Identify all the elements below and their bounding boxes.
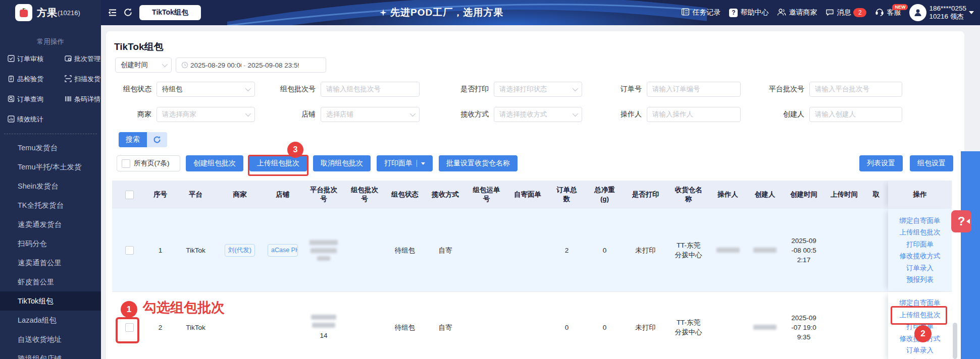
action-print-label[interactable]: 打印面单 (906, 238, 934, 251)
filter-label: 创建人 (761, 110, 804, 119)
cancel-bundle-batch-button[interactable]: 取消组包批次 (313, 155, 371, 171)
sidebar-item-tiktok-bundle[interactable]: TikTok组包 (0, 291, 101, 311)
select-all-pages[interactable]: 所有页(7条) (117, 155, 180, 171)
search-group: 搜索 (119, 132, 167, 147)
quick-links: 订单审核 批次管理 品检验货 扫描发货 订单查询 条码详情 绩效统计 (0, 54, 101, 124)
quick-link-order-review[interactable]: 订单审核 (8, 54, 65, 64)
page-title: TikTok组包 (114, 40, 163, 53)
bundle-batch-no-input[interactable] (321, 82, 420, 97)
sidebar-item-aliexpress-firstmile[interactable]: 速卖通首公里 (0, 253, 101, 272)
cell-created-time: 2025-09-07 19:09:35 (784, 292, 824, 359)
filter-label: 是否打印 (448, 85, 489, 94)
header-checkbox[interactable] (125, 191, 134, 199)
sidebar-item-shopee-firstmile[interactable]: 虾皮首公里 (0, 272, 101, 291)
header-pickup-method: 揽收方式 (425, 181, 466, 209)
row-checkbox[interactable] (125, 246, 134, 255)
action-modify-pickup[interactable]: 修改揽收方式 (900, 250, 941, 262)
action-order-entry[interactable]: 订单录入 (906, 262, 934, 274)
logo-row[interactable]: 方果 (10216) (0, 0, 101, 25)
refresh-c-icon (153, 136, 161, 144)
operator-input[interactable] (647, 107, 741, 122)
cell-bundle-batch (344, 209, 385, 291)
refresh-icon[interactable] (123, 8, 133, 19)
sidebar-item-aliexpress-ship[interactable]: 速卖通发货台 (0, 215, 101, 234)
reset-refresh-button[interactable] (147, 132, 167, 147)
sidebar-item-shein-ship[interactable]: Shein发货台 (0, 176, 101, 196)
batch-set-warehouse-button[interactable]: 批量设置收货仓名称 (439, 155, 518, 171)
sidebar-item-tk-full[interactable]: TK全托发货台 (0, 196, 101, 215)
action-bind-self-label[interactable]: 绑定自寄面单 (900, 215, 941, 227)
quick-link-label: 批次管理 (74, 54, 100, 64)
nav-customer-service[interactable]: 客服 NEW (875, 8, 901, 18)
chevron-down-icon (245, 85, 251, 91)
creator-input[interactable] (809, 107, 902, 122)
print-label-button[interactable]: 打印面单 (377, 155, 433, 171)
quick-link-order-search[interactable]: 订单查询 (8, 95, 65, 104)
action-order-entry[interactable]: 订单录入 (906, 344, 934, 356)
cell-self-label (507, 292, 548, 359)
upload-bundle-batch-button[interactable]: 上传组包批次 (249, 155, 307, 171)
action-modify-pickup[interactable]: 修改揽收方式 (900, 333, 941, 345)
nav-help-center[interactable]: ? 帮助中心 (729, 8, 768, 17)
cell-created-time: 2025-09-08 00:52:17 (784, 209, 824, 291)
sidebar-item-temu-ship[interactable]: Temu发货台 (0, 138, 101, 157)
redacted-text (311, 315, 336, 320)
quick-link-label: 条码详情 (74, 95, 100, 104)
cell-clipped (864, 209, 888, 291)
merchant-select[interactable]: 请选择商家 (157, 107, 255, 122)
cell-upload-time (824, 292, 864, 359)
order-no-input[interactable] (647, 82, 741, 97)
select-value: 待组包 (162, 85, 183, 94)
header-clipped-column: 取 (864, 181, 888, 209)
action-bind-self-label[interactable]: 绑定自寄面单 (900, 297, 941, 309)
action-upload-bundle-batch[interactable]: 上传组包批次 (900, 309, 941, 321)
quick-link-quality-check[interactable]: 品检验货 (8, 75, 65, 84)
vertical-scrollbar[interactable] (953, 323, 957, 359)
sidebar-item-lazada-bundle[interactable]: Lazada组包 (0, 311, 101, 330)
select-all-checkbox[interactable] (122, 159, 130, 168)
pickup-method-select[interactable]: 请选择揽收方式 (494, 107, 582, 122)
nav-task-record[interactable]: 任务记录 (681, 8, 720, 18)
sidebar-divider (4, 134, 97, 134)
cell-creator (746, 209, 784, 291)
list-settings-button[interactable]: 列表设置 (859, 155, 903, 171)
platform-batch-no-input[interactable] (809, 82, 902, 97)
header-created-time: 创建时间 (784, 181, 824, 209)
header-merchant: 商家 (217, 181, 263, 209)
sidebar-item-crossborder-bundle-shop[interactable]: 跨境组包店铺 (0, 349, 101, 359)
action-forecast-list[interactable]: 预报列表 (906, 274, 934, 286)
menu-fold-icon[interactable] (108, 8, 118, 20)
sidebar-item-temu-semi[interactable]: Temu半托/本土发货 (0, 157, 101, 176)
action-upload-bundle-batch[interactable]: 上传组包批次 (900, 226, 941, 238)
bundle-settings-button[interactable]: 组包设置 (910, 155, 953, 171)
quick-link-batch-manage[interactable]: 批次管理 (65, 54, 101, 64)
toolbar-right-buttons: 列表设置 组包设置 (859, 155, 953, 171)
bundle-status-select[interactable]: 待组包 (157, 82, 255, 97)
row-checkbox[interactable] (125, 323, 134, 332)
shop-select[interactable]: 选择店铺 (321, 107, 420, 122)
quick-link-performance-stats[interactable]: 绩效统计 (8, 115, 65, 124)
floating-help-button[interactable]: ? (951, 210, 971, 232)
nav-invite-merchant[interactable]: 邀请商家 (777, 8, 817, 18)
barcode-icon (65, 95, 74, 104)
right-dock-bar (961, 151, 980, 359)
sidebar-item-scan-warehouse[interactable]: 扫码分仓 (0, 234, 101, 253)
chevron-down-icon (162, 62, 168, 67)
quick-link-scan-ship[interactable]: 扫描发货 (65, 75, 101, 84)
cell-merchant: 刘(代发) (217, 209, 263, 291)
quick-link-barcode-detail[interactable]: 条码详情 (65, 95, 101, 104)
action-print-label[interactable]: 打印面单 (906, 321, 934, 333)
print-status-select[interactable]: 请选择打印状态 (494, 82, 582, 97)
filter-label: 组包状态 (108, 85, 151, 94)
nav-messages[interactable]: 消息 2 (826, 8, 866, 18)
header-warehouse: 收货仓名称 (667, 181, 709, 209)
sidebar-item-self-delivery-address[interactable]: 自送收货地址 (0, 330, 101, 349)
tab-tiktok-bundle[interactable]: TikTok组包 (139, 5, 201, 20)
search-button[interactable]: 搜索 (119, 132, 147, 147)
action-forecast-list[interactable]: 预报列表 (906, 356, 934, 359)
filter-shop: 店铺 选择店铺 (270, 106, 420, 122)
create-bundle-batch-button[interactable]: 创建组包批次 (186, 155, 243, 171)
user-menu[interactable]: 186****0255 10216 领杰 (909, 4, 974, 21)
date-range-picker[interactable]: 2025-08-29 00:00 - 2025-09-08 23:59 (176, 57, 326, 73)
date-field-select[interactable]: 创建时间 (115, 57, 172, 73)
